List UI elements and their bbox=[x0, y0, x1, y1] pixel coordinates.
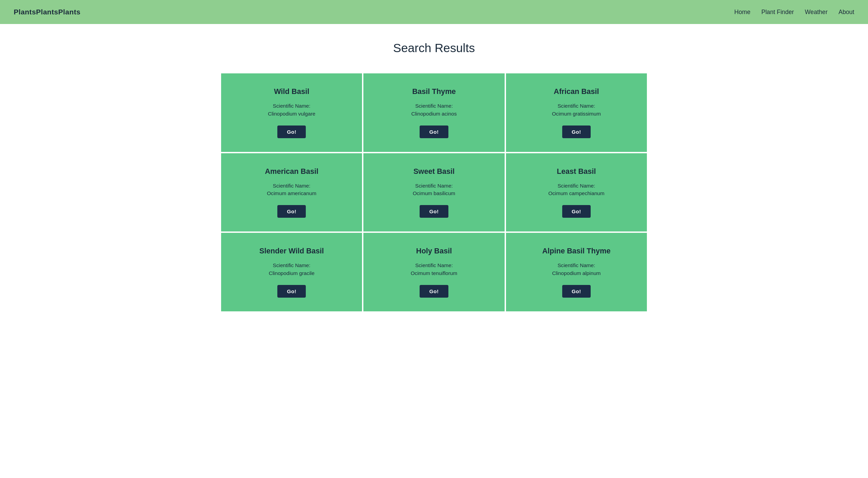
scientific-name: Scientific Name:Clinopodium gracile bbox=[269, 262, 314, 277]
scientific-name: Scientific Name:Clinopodium vulgare bbox=[268, 102, 315, 118]
plant-card: Wild BasilScientific Name:Clinopodium vu… bbox=[220, 73, 363, 153]
plant-name: Wild Basil bbox=[274, 87, 309, 96]
plant-name: American Basil bbox=[265, 167, 318, 176]
scientific-name: Scientific Name:Ocimum americanum bbox=[267, 182, 316, 198]
page-title: Search Results bbox=[7, 41, 861, 55]
scientific-name: Scientific Name:Clinopodium alpinum bbox=[552, 262, 601, 277]
plant-card: Alpine Basil ThymeScientific Name:Clinop… bbox=[505, 232, 648, 312]
go-button[interactable]: Go! bbox=[277, 285, 306, 298]
plant-card: American BasilScientific Name:Ocimum ame… bbox=[220, 153, 363, 232]
nav-weather[interactable]: Weather bbox=[805, 9, 828, 16]
scientific-name: Scientific Name:Ocimum campechianum bbox=[548, 182, 604, 198]
brand-logo[interactable]: PlantsPlantsPlants bbox=[14, 8, 81, 16]
go-button[interactable]: Go! bbox=[562, 205, 591, 218]
navbar: PlantsPlantsPlants Home Plant Finder Wea… bbox=[0, 0, 868, 24]
go-button[interactable]: Go! bbox=[420, 285, 448, 298]
plant-name: Alpine Basil Thyme bbox=[542, 247, 611, 255]
go-button[interactable]: Go! bbox=[562, 126, 591, 138]
go-button[interactable]: Go! bbox=[277, 205, 306, 218]
scientific-name: Scientific Name:Ocimum basilicum bbox=[413, 182, 455, 198]
plant-card: Basil ThymeScientific Name:Clinopodium a… bbox=[363, 73, 505, 153]
plant-name: African Basil bbox=[554, 87, 599, 96]
plant-card: Holy BasilScientific Name:Ocimum tenuifl… bbox=[363, 232, 505, 312]
go-button[interactable]: Go! bbox=[420, 205, 448, 218]
go-button[interactable]: Go! bbox=[277, 126, 306, 138]
plant-name: Sweet Basil bbox=[413, 167, 455, 176]
scientific-name: Scientific Name:Ocimum gratissimum bbox=[552, 102, 601, 118]
main-nav: Home Plant Finder Weather About bbox=[734, 9, 854, 16]
plant-card: African BasilScientific Name:Ocimum grat… bbox=[505, 73, 648, 153]
results-grid-container: Wild BasilScientific Name:Clinopodium vu… bbox=[0, 72, 868, 313]
nav-plant-finder[interactable]: Plant Finder bbox=[761, 9, 794, 16]
nav-home[interactable]: Home bbox=[734, 9, 750, 16]
scientific-name: Scientific Name:Ocimum tenuiflorum bbox=[411, 262, 457, 277]
go-button[interactable]: Go! bbox=[420, 126, 448, 138]
plant-name: Holy Basil bbox=[416, 247, 452, 255]
nav-about[interactable]: About bbox=[839, 9, 854, 16]
plant-name: Basil Thyme bbox=[412, 87, 456, 96]
plant-name: Least Basil bbox=[557, 167, 596, 176]
plant-card: Least BasilScientific Name:Ocimum campec… bbox=[505, 153, 648, 232]
go-button[interactable]: Go! bbox=[562, 285, 591, 298]
plant-name: Slender Wild Basil bbox=[260, 247, 324, 255]
scientific-name: Scientific Name:Clinopodium acinos bbox=[411, 102, 457, 118]
plant-card: Sweet BasilScientific Name:Ocimum basili… bbox=[363, 153, 505, 232]
plant-card: Slender Wild BasilScientific Name:Clinop… bbox=[220, 232, 363, 312]
results-grid: Wild BasilScientific Name:Clinopodium vu… bbox=[220, 72, 648, 313]
page-title-section: Search Results bbox=[0, 24, 868, 65]
